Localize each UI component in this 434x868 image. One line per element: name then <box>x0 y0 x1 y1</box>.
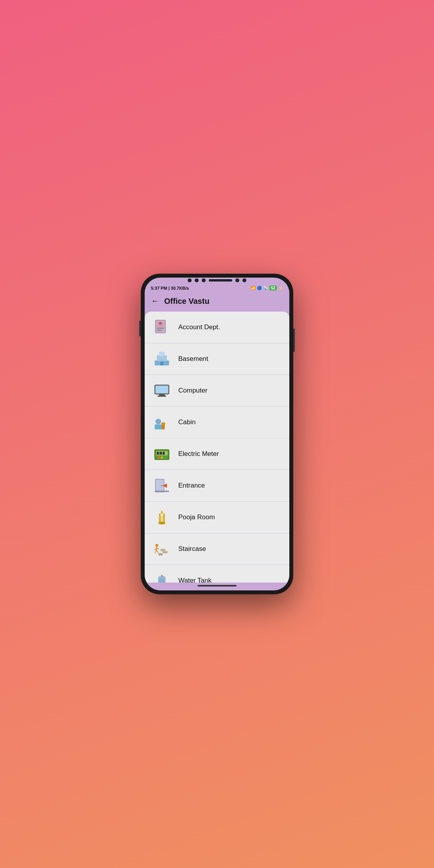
status-bar: 5:37 PM | 30.7KB/s 📶 🔵 📡 52 ⚡ <box>145 283 289 292</box>
svg-rect-26 <box>155 491 169 492</box>
camera-dot <box>195 278 199 282</box>
battery-bolt: ⚡ <box>278 286 283 290</box>
water-tank-label: Water Tank <box>178 577 212 583</box>
list-item-cabin[interactable]: Cabin <box>145 407 289 438</box>
cabin-label: Cabin <box>178 418 195 426</box>
svg-line-42 <box>157 548 159 549</box>
svg-rect-13 <box>155 425 163 430</box>
phone-screen: 5:37 PM | 30.7KB/s 📶 🔵 📡 52 ⚡ ← Office V… <box>145 278 289 590</box>
list-item-account-dept[interactable]: Account Dept. <box>145 312 289 343</box>
bluetooth-icon: 🔵 <box>257 286 262 290</box>
entrance-icon <box>152 475 172 496</box>
list-item-electric-meter[interactable]: Electric Meter <box>145 438 289 470</box>
svg-point-19 <box>158 456 160 459</box>
svg-rect-47 <box>161 575 163 577</box>
cabin-icon <box>152 412 172 432</box>
svg-point-16 <box>161 422 165 425</box>
wifi-icon: 📶 <box>251 286 255 290</box>
items-list: Account Dept. Basement <box>145 312 289 583</box>
electric-meter-label: Electric Meter <box>178 450 219 458</box>
electric-meter-icon <box>152 444 172 464</box>
water-tank-icon <box>152 570 172 583</box>
svg-rect-24 <box>163 452 165 455</box>
svg-rect-12 <box>158 396 166 397</box>
account-dept-icon <box>152 317 172 337</box>
app-title: Office Vastu <box>164 297 210 306</box>
staircase-icon <box>152 539 172 559</box>
svg-rect-34 <box>163 551 168 554</box>
svg-point-2 <box>159 322 162 325</box>
home-indicator <box>145 583 289 590</box>
back-button[interactable]: ← <box>151 296 160 306</box>
svg-line-39 <box>155 551 156 553</box>
list-item-staircase[interactable]: Staircase <box>145 533 289 565</box>
svg-rect-7 <box>159 352 165 356</box>
phone-frame: 5:37 PM | 30.7KB/s 📶 🔵 📡 52 ⚡ ← Office V… <box>141 274 293 594</box>
status-icons: 📶 🔵 📡 52 ⚡ <box>251 285 283 291</box>
svg-rect-23 <box>160 452 162 455</box>
computer-icon <box>152 380 172 401</box>
battery-icon: 52 <box>269 285 277 291</box>
svg-point-21 <box>164 456 166 459</box>
list-item-basement[interactable]: Basement <box>145 343 289 375</box>
account-dept-label: Account Dept. <box>178 323 220 331</box>
svg-rect-36 <box>158 553 163 556</box>
camera-left <box>188 278 192 282</box>
computer-label: Computer <box>178 387 208 395</box>
svg-rect-35 <box>160 549 165 551</box>
svg-rect-3 <box>157 328 164 329</box>
signal-icon: 📡 <box>263 286 268 290</box>
list-item-water-tank[interactable]: Water Tank <box>145 565 289 583</box>
entrance-label: Entrance <box>178 482 205 490</box>
list-item-computer[interactable]: Computer <box>145 375 289 407</box>
app-header: ← Office Vastu <box>145 292 289 312</box>
svg-rect-4 <box>157 330 162 331</box>
home-bar <box>197 585 237 586</box>
camera-right <box>235 278 239 282</box>
status-time: 5:37 PM | 30.7KB/s <box>151 286 189 291</box>
pooja-room-icon <box>152 507 172 527</box>
speaker <box>209 279 232 282</box>
svg-rect-8 <box>160 362 163 365</box>
list-item-pooja-room[interactable]: Pooja Room <box>145 502 289 533</box>
svg-rect-22 <box>157 452 159 455</box>
list-item-entrance[interactable]: Entrance <box>145 470 289 502</box>
basement-label: Basement <box>178 355 208 363</box>
svg-line-40 <box>156 551 158 553</box>
top-notch <box>145 278 289 283</box>
svg-point-20 <box>161 456 163 459</box>
basement-icon <box>152 349 172 369</box>
svg-rect-10 <box>156 386 169 393</box>
svg-point-28 <box>161 485 162 486</box>
svg-point-14 <box>156 419 161 424</box>
svg-rect-6 <box>157 355 167 361</box>
svg-rect-33 <box>163 516 164 522</box>
svg-rect-32 <box>160 516 161 522</box>
camera-lens <box>202 278 206 282</box>
svg-point-30 <box>158 522 165 524</box>
staircase-label: Staircase <box>178 545 206 553</box>
sensor <box>242 278 246 282</box>
svg-rect-11 <box>159 394 165 396</box>
pooja-room-label: Pooja Room <box>178 513 215 521</box>
